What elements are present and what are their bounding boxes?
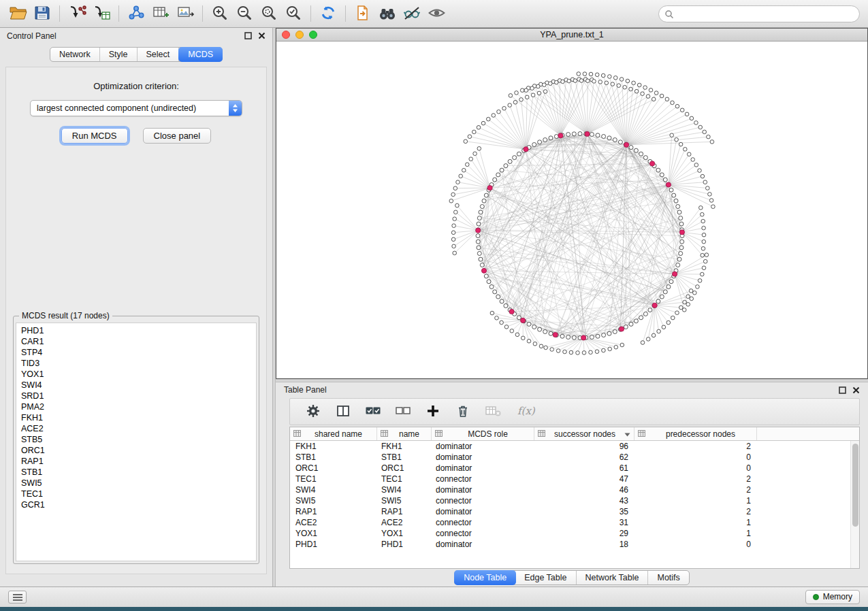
cell-shared-name[interactable]: TEC1 [290, 474, 377, 484]
network-view[interactable] [276, 42, 867, 378]
mcds-result-item[interactable]: ACE2 [21, 423, 251, 434]
cell-successors[interactable]: 47 [534, 474, 634, 484]
run-mcds-button[interactable]: Run MCDS [61, 128, 128, 144]
cell-shared-name[interactable]: SWI4 [290, 485, 377, 495]
cell-role[interactable]: connector [432, 529, 534, 538]
mcds-result-item[interactable]: SWI4 [21, 380, 251, 391]
cell-name[interactable]: YOX1 [377, 529, 432, 538]
column-header-predecessor-nodes[interactable]: predecessor nodes [634, 427, 757, 440]
cell-predecessors[interactable]: 0 [634, 452, 757, 462]
cell-shared-name[interactable]: YOX1 [290, 529, 377, 538]
window-zoom-button[interactable] [309, 31, 317, 39]
column-header-name[interactable]: name [377, 427, 432, 440]
memory-button[interactable]: Memory [805, 590, 860, 604]
cell-predecessors[interactable]: 1 [634, 529, 757, 538]
export-graphics-button[interactable] [173, 2, 197, 25]
tab-select[interactable]: Select [138, 48, 180, 61]
cell-name[interactable]: TEC1 [377, 474, 432, 484]
tab-network-table[interactable]: Network Table [577, 571, 649, 584]
cell-role[interactable]: dominator [432, 463, 534, 473]
scrollbar-thumb[interactable] [852, 444, 858, 527]
cell-name[interactable]: RAP1 [377, 507, 432, 516]
cell-shared-name[interactable]: ORC1 [290, 463, 377, 473]
cell-successors[interactable]: 31 [534, 518, 634, 527]
cell-name[interactable]: ACE2 [377, 518, 432, 527]
mcds-result-item[interactable]: CAR1 [21, 336, 251, 347]
cell-successors[interactable]: 96 [534, 442, 634, 451]
mcds-result-item[interactable]: STB1 [21, 467, 251, 478]
cell-name[interactable]: STB1 [377, 452, 432, 462]
table-row[interactable]: TEC1TEC1connector472 [290, 474, 859, 484]
table-scrollbar[interactable] [850, 441, 859, 568]
close-panel-icon[interactable] [852, 386, 860, 394]
save-button[interactable] [30, 2, 54, 25]
zoom-selected-button[interactable] [281, 2, 306, 25]
new-table-button[interactable] [148, 2, 173, 25]
add-row-button[interactable] [425, 403, 441, 420]
close-panel-button[interactable]: Close panel [143, 128, 212, 144]
cell-successors[interactable]: 43 [534, 496, 634, 506]
mcds-result-item[interactable]: GCR1 [21, 499, 251, 510]
cell-shared-name[interactable]: ACE2 [290, 518, 377, 527]
cell-predecessors[interactable]: 2 [634, 485, 757, 495]
status-menu-button[interactable] [8, 591, 27, 604]
tab-mcds[interactable]: MCDS [178, 47, 223, 62]
cell-role[interactable]: dominator [432, 507, 534, 516]
mcds-result-item[interactable]: RAP1 [21, 456, 251, 467]
cell-successors[interactable]: 61 [534, 463, 634, 473]
cell-shared-name[interactable]: SWI5 [290, 496, 377, 506]
network-from-selection-button[interactable] [124, 2, 148, 25]
table-row[interactable]: SWI4SWI4dominator462 [290, 484, 859, 495]
table-row[interactable]: RAP1RAP1dominator352 [290, 506, 859, 517]
mcds-result-item[interactable]: FKH1 [21, 412, 251, 423]
show-eye-button[interactable] [424, 2, 449, 25]
cell-predecessors[interactable]: 1 [634, 496, 757, 506]
open-folder-button[interactable] [5, 2, 30, 25]
mcds-result-item[interactable]: TID3 [21, 358, 251, 369]
tab-edge-table[interactable]: Edge Table [515, 571, 576, 584]
tab-network[interactable]: Network [50, 48, 100, 61]
mcds-result-item[interactable]: STP4 [21, 347, 251, 358]
table-row[interactable]: PHD1PHD1dominator180 [290, 539, 859, 550]
copy-network-button[interactable] [351, 2, 375, 25]
cell-role[interactable]: connector [432, 518, 534, 527]
cell-successors[interactable]: 29 [534, 529, 634, 538]
zoom-out-button[interactable] [232, 2, 257, 25]
hide-glasses-button[interactable] [400, 2, 424, 25]
cell-successors[interactable]: 35 [534, 507, 634, 516]
cell-successors[interactable]: 46 [534, 485, 634, 495]
mcds-result-item[interactable]: YOX1 [21, 369, 251, 380]
table-row[interactable]: ORC1ORC1dominator610 [290, 463, 859, 474]
cell-predecessors[interactable]: 2 [634, 474, 757, 484]
column-header-mcds-role[interactable]: MCDS role [432, 427, 534, 440]
window-minimize-button[interactable] [295, 31, 304, 39]
mcds-result-item[interactable]: SWI5 [21, 478, 251, 489]
mcds-result-item[interactable]: SRD1 [21, 391, 251, 401]
table-row[interactable]: ACE2ACE2connector311 [290, 517, 859, 528]
table-row[interactable]: YOX1YOX1connector291 [290, 528, 859, 539]
cell-role[interactable]: dominator [432, 452, 534, 462]
cell-predecessors[interactable]: 2 [634, 507, 757, 516]
table-row[interactable]: STB1STB1dominator620 [290, 452, 859, 463]
mcds-result-list[interactable]: PHD1CAR1STP4TID3YOX1SWI4SRD1PMA2FKH1ACE2… [16, 323, 257, 561]
cell-successors[interactable]: 18 [534, 540, 634, 549]
table-row[interactable]: FKH1FKH1dominator962 [290, 441, 859, 452]
criterion-dropdown[interactable]: largest connected component (undirected) [30, 100, 242, 116]
column-chooser-button[interactable] [335, 403, 351, 420]
delete-row-button[interactable] [455, 403, 471, 420]
search-input[interactable] [658, 5, 860, 22]
cell-shared-name[interactable]: PHD1 [290, 540, 377, 549]
cell-predecessors[interactable]: 0 [634, 463, 757, 473]
cell-successors[interactable]: 62 [534, 452, 634, 462]
window-close-button[interactable] [282, 31, 290, 39]
cell-shared-name[interactable]: RAP1 [290, 507, 377, 516]
column-header-shared-name[interactable]: shared name [290, 427, 377, 440]
select-all-button[interactable] [365, 403, 381, 420]
float-panel-icon[interactable] [244, 32, 252, 39]
zoom-fit-button[interactable] [257, 2, 281, 25]
mcds-result-item[interactable]: STB5 [21, 434, 251, 445]
cell-name[interactable]: SWI4 [377, 485, 432, 495]
tab-style[interactable]: Style [100, 48, 138, 61]
cell-shared-name[interactable]: FKH1 [290, 442, 377, 451]
deselect-all-button[interactable] [395, 403, 411, 420]
